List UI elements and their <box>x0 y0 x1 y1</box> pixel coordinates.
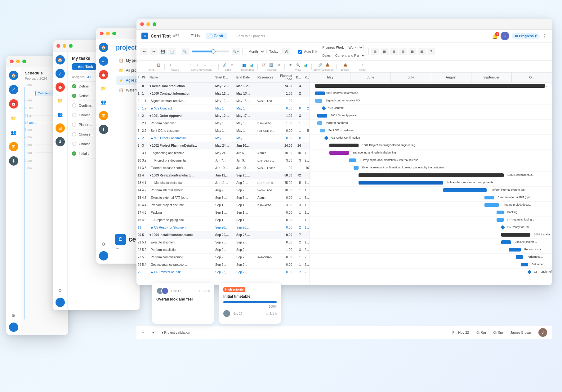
col1-btn[interactable]: ⊞ <box>371 48 379 55</box>
col7-btn[interactable]: ? <box>427 48 435 55</box>
zoom-out-btn[interactable]: 🔍- <box>181 48 190 55</box>
move-btn1[interactable]: ↑ <box>187 62 194 68</box>
project-maximize-button[interactable] <box>112 32 116 35</box>
res-btn2[interactable]: 📊 <box>248 62 255 68</box>
res-btn1[interactable]: 👥 <box>241 62 248 68</box>
tasks-download-icon[interactable]: ⬇ <box>56 137 65 146</box>
tasks-close-button[interactable] <box>56 44 60 48</box>
minimize-button[interactable] <box>16 60 20 63</box>
undo-button[interactable]: ↩ <box>140 48 148 55</box>
view-btn3[interactable]: 📊 <box>302 62 309 68</box>
pdf-button[interactable]: 📄 <box>168 48 176 55</box>
people-icon[interactable]: 👥 <box>9 128 18 137</box>
zoom-slider[interactable] <box>192 51 229 52</box>
project-settings-icon[interactable]: ⚙ <box>99 239 108 249</box>
tasks-check-icon[interactable]: ✓ <box>56 69 65 78</box>
tab-gantt[interactable]: ⊞ Gantt <box>206 33 227 39</box>
bottom-arrow-icon[interactable]: → <box>115 246 120 251</box>
items-btn1[interactable]: ☰ <box>140 62 147 68</box>
ext-btn1[interactable]: 🔗 <box>317 62 323 68</box>
project-download-icon[interactable]: ⬇ <box>99 125 108 134</box>
about-btn[interactable]: ℹ <box>359 62 366 68</box>
project-user-icon[interactable]: 👤 <box>99 251 108 261</box>
prog-btn1[interactable]: 📈 <box>260 62 267 68</box>
view-btn1[interactable]: 👁 <box>287 62 294 68</box>
main-maximize-button[interactable] <box>153 22 156 26</box>
col4-btn[interactable]: ⊞ <box>399 48 407 55</box>
move-btn4[interactable]: ← <box>209 62 216 68</box>
items-btn2[interactable]: + <box>148 62 154 68</box>
prog-btn2[interactable]: 🔢 <box>268 62 274 68</box>
phases-btn2[interactable]: - <box>175 62 181 68</box>
move-btn2[interactable]: ↓ <box>194 62 201 68</box>
tasks-settings-icon[interactable]: ⚙ <box>56 286 65 295</box>
zoom-in-btn[interactable]: 🔍+ <box>232 48 240 55</box>
add-task-button[interactable]: + Add Task <box>72 63 96 70</box>
folder-icon[interactable]: 📁 <box>9 114 18 123</box>
user-icon[interactable]: 👤 <box>9 323 18 332</box>
progress-work-group: Progress Work Work Dates Current and Pla… <box>323 44 366 59</box>
export-btn1[interactable]: 📤 <box>342 62 349 68</box>
table-row: 4 2 ▾ 1001 Order Approval May 12,... May… <box>136 112 310 120</box>
project-folder-icon[interactable]: 📁 <box>99 84 108 93</box>
tasks-minimize-button[interactable] <box>63 44 66 48</box>
view-btn2[interactable]: 🔍 <box>295 62 301 68</box>
maximize-button[interactable] <box>22 60 26 63</box>
tasks-folder-icon[interactable]: 📁 <box>56 96 65 105</box>
card-initial-timetable: High priority Initial timetable 100% Nov… <box>219 283 281 324</box>
col5-btn[interactable]: ⊞ <box>408 48 417 55</box>
auto-link-checkbox[interactable] <box>298 50 302 54</box>
today-button[interactable]: Today <box>266 49 281 54</box>
status-badge[interactable]: In Progress ▾ <box>512 33 540 39</box>
card-overall-look: Dec 12 ⏱ 0/2 h Overall look and feel <box>152 283 214 324</box>
back-to-projects[interactable]: ← Back to all projects <box>232 34 265 38</box>
project-home-icon[interactable]: 🏠 <box>99 43 108 52</box>
notification-bell[interactable]: 🔔8 <box>492 33 498 39</box>
user-avatar[interactable]: U <box>501 32 509 40</box>
link-btn2[interactable]: ✂ <box>229 62 235 68</box>
dates-select[interactable]: Current and Plan... <box>332 52 366 59</box>
project-grid-icon[interactable]: ⊞ <box>99 111 108 120</box>
col6-btn[interactable]: ⊞ <box>418 48 426 55</box>
tasks-grid-icon[interactable]: ⊞ <box>56 123 65 133</box>
separator2 <box>242 48 243 55</box>
more-options-icon[interactable]: ⋮ <box>542 33 547 39</box>
clock-icon[interactable]: ⏰ <box>9 99 18 109</box>
items-btn3[interactable]: 📋 <box>155 62 162 68</box>
phases-btn1[interactable]: + <box>167 62 174 68</box>
project-minimize-button[interactable] <box>106 32 110 35</box>
close-button[interactable] <box>10 60 14 63</box>
settings-icon[interactable]: ⚙ <box>9 311 18 320</box>
tasks-home-icon[interactable]: 🏠 <box>56 55 65 65</box>
grid-icon[interactable]: ⊞ <box>9 142 18 151</box>
col3-btn[interactable]: ⊞ <box>390 48 398 55</box>
move-btn3[interactable]: → <box>202 62 208 68</box>
tasks-clock-icon[interactable]: ⏰ <box>56 82 65 92</box>
home-icon[interactable]: 🏠 <box>9 71 18 80</box>
redo-button[interactable]: ↪ <box>149 48 158 55</box>
project-clock-icon[interactable]: ⏰ <box>99 70 108 79</box>
main-close-button[interactable] <box>140 22 144 26</box>
project-close-button[interactable] <box>100 32 104 35</box>
tasks-people-icon[interactable]: 👥 <box>56 110 65 119</box>
tasks-maximize-button[interactable] <box>69 44 73 48</box>
link-btn1[interactable]: 🔗 <box>221 62 228 68</box>
zoom-level-select[interactable]: Month Week Day <box>245 48 265 55</box>
tab-list[interactable]: ☰ List <box>187 33 204 39</box>
prog-btn3[interactable]: ⚙ <box>275 62 282 68</box>
auto-link-toggle[interactable]: Auto link <box>298 50 317 54</box>
save-button[interactable]: 💾 <box>159 48 167 55</box>
gantt-label-19: C5 Ready for Shi... <box>506 225 531 229</box>
project-check-icon[interactable]: ✓ <box>99 56 108 66</box>
print-button[interactable]: 🖨 <box>282 48 290 55</box>
check-icon[interactable]: ✓ <box>9 85 18 94</box>
gantt-label-4: 1001 Order Approval <box>329 114 356 117</box>
download-icon[interactable]: ⬇ <box>9 156 18 166</box>
ext-btn2[interactable]: 📥 <box>324 62 331 68</box>
gantt-bar-16 <box>484 203 499 207</box>
project-people-icon[interactable]: 👥 <box>99 97 108 107</box>
work-select[interactable]: Work <box>345 44 364 51</box>
tasks-user-icon[interactable]: 👤 <box>56 298 65 307</box>
main-minimize-button[interactable] <box>146 22 150 26</box>
col2-btn[interactable]: ⊞ <box>381 48 389 55</box>
